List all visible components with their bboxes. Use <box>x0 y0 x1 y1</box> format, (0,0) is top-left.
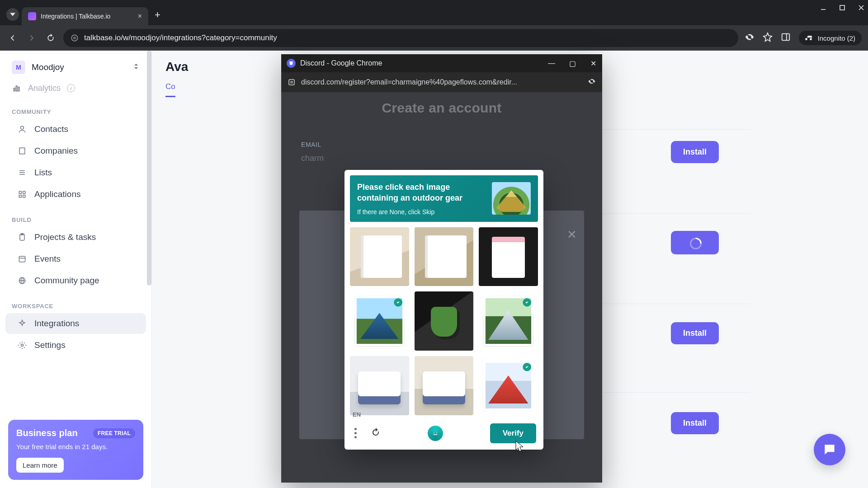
install-button[interactable]: Install <box>671 141 719 163</box>
sidebar-item-applications[interactable]: Applications <box>5 184 146 205</box>
captcha-tile-7[interactable] <box>350 356 409 415</box>
back-button[interactable] <box>6 32 19 44</box>
eye-off-icon[interactable] <box>588 77 596 87</box>
sidebar-item-label: Settings <box>34 340 66 350</box>
sidebar-item-companies[interactable]: Companies <box>5 141 146 161</box>
svg-rect-20 <box>19 191 21 193</box>
section-community-label: COMMUNITY <box>0 98 151 118</box>
plan-badge: FREE TRIAL <box>93 428 135 438</box>
tab-close-icon[interactable]: × <box>138 12 142 20</box>
sidebar-item-contacts[interactable]: Contacts <box>5 119 146 140</box>
sidebar-item-settings[interactable]: Settings <box>5 335 146 356</box>
popup-titlebar[interactable]: Discord - Google Chrome — ▢ ✕ <box>281 54 602 72</box>
reload-button[interactable] <box>44 32 57 44</box>
sidebar-item-label: Projects & tasks <box>34 232 96 242</box>
eye-off-icon[interactable] <box>745 32 755 44</box>
sidebar-item-analytics[interactable]: Analytics i <box>0 79 151 98</box>
plan-upsell-card: Business plan FREE TRIAL Your free trial… <box>8 420 143 480</box>
analytics-icon <box>12 83 22 93</box>
bookmark-star-icon[interactable] <box>763 32 773 44</box>
address-bar[interactable]: talkbase.io/w/moodjoy/integrations?categ… <box>63 29 738 47</box>
sidebar-item-community-page[interactable]: Community page <box>5 270 146 291</box>
chevron-down-icon <box>10 12 15 17</box>
sidebar-item-projects[interactable]: Projects & tasks <box>5 227 146 248</box>
browser-tab-active[interactable]: Integrations | Talkbase.io × <box>22 7 148 25</box>
captcha-verify-button[interactable]: Verify <box>490 423 536 443</box>
forward-button[interactable] <box>25 32 38 44</box>
sidebar-item-label: Events <box>34 254 61 264</box>
window-minimize-button[interactable] <box>820 5 826 13</box>
svg-rect-10 <box>14 88 14 91</box>
tab-community[interactable]: Co <box>165 82 175 97</box>
captcha-line-b: containing an outdoor gear <box>357 193 462 202</box>
window-maximize-button[interactable] <box>839 5 845 13</box>
sidebar-item-events[interactable]: Events <box>5 249 146 269</box>
sidebar-scrollbar[interactable] <box>147 51 151 286</box>
svg-rect-22 <box>19 195 21 197</box>
tab-search-button[interactable] <box>6 8 19 21</box>
captcha-example-image <box>492 182 531 215</box>
site-info-icon[interactable] <box>71 34 79 42</box>
workspace-switcher[interactable]: M Moodjoy <box>0 51 151 79</box>
captcha-menu-button[interactable] <box>354 428 357 438</box>
window-close-button[interactable] <box>858 5 864 13</box>
incognito-icon <box>805 33 814 42</box>
popup-close-button[interactable]: ✕ <box>590 59 597 68</box>
url-text: talkbase.io/w/moodjoy/integrations?categ… <box>84 33 277 42</box>
popup-address-bar[interactable]: discord.com/register?email=charmaigne%40… <box>281 72 602 92</box>
svg-rect-12 <box>18 87 19 91</box>
email-value: charm <box>301 154 324 163</box>
tab-title: Integrations | Talkbase.io <box>41 13 133 20</box>
sidebar-item-label: Lists <box>34 168 52 178</box>
captcha-tile-4[interactable] <box>354 296 405 346</box>
captcha-tile-5[interactable] <box>415 291 474 351</box>
captcha-refresh-button[interactable] <box>370 427 381 440</box>
sidebar-item-lists[interactable]: Lists <box>5 162 146 183</box>
check-icon <box>394 298 402 307</box>
info-icon[interactable]: i <box>67 84 75 92</box>
popup-maximize-button[interactable]: ▢ <box>569 59 576 68</box>
plan-learn-more-button[interactable]: Learn more <box>16 458 64 473</box>
create-account-heading: Create an account <box>281 92 602 116</box>
calendar-icon <box>17 254 27 264</box>
site-info-icon[interactable] <box>288 78 296 86</box>
popup-minimize-button[interactable]: — <box>548 59 555 68</box>
globe-icon <box>17 276 27 286</box>
sidebar: M Moodjoy Analytics i COMMUNITY Contacts… <box>0 51 152 488</box>
popup-body: Create an account EMAIL charm ✕ Please c… <box>281 92 602 483</box>
sidebar-item-label: Community page <box>34 276 99 286</box>
gear-icon <box>17 340 27 350</box>
window-controls <box>820 5 864 13</box>
captcha-tile-6[interactable] <box>483 296 533 346</box>
captcha-tile-3[interactable] <box>479 227 538 286</box>
chat-launcher-button[interactable] <box>814 434 845 465</box>
section-workspace-label: WORKSPACE <box>0 292 151 312</box>
captcha-tile-1[interactable] <box>350 227 409 286</box>
new-tab-button[interactable]: + <box>155 9 160 21</box>
svg-rect-23 <box>23 195 25 197</box>
captcha-card: Please click each imagecontaining an out… <box>344 170 543 450</box>
svg-rect-26 <box>19 256 25 262</box>
hcaptcha-logo-icon[interactable] <box>428 426 443 441</box>
sidebar-item-label: Companies <box>34 146 78 156</box>
sparkle-icon <box>17 319 27 328</box>
install-button[interactable]: Install <box>671 322 719 344</box>
install-button-loading[interactable] <box>671 231 719 254</box>
incognito-indicator[interactable]: Incognito (2) <box>799 31 862 45</box>
sidebar-item-integrations[interactable]: Integrations <box>5 313 146 334</box>
captcha-tile-2[interactable] <box>415 227 474 286</box>
check-icon <box>523 363 531 371</box>
user-icon <box>17 124 27 134</box>
captcha-tile-9[interactable] <box>483 361 533 411</box>
svg-point-31 <box>21 344 24 347</box>
email-label: EMAIL <box>301 141 321 148</box>
captcha-grid <box>350 227 538 415</box>
captcha-language[interactable]: EN <box>353 411 361 418</box>
captcha-tile-8[interactable] <box>415 356 474 415</box>
svg-rect-32 <box>289 80 294 85</box>
side-panel-icon[interactable] <box>781 32 791 44</box>
incognito-label: Incognito (2) <box>818 34 855 42</box>
close-icon[interactable]: ✕ <box>567 228 577 242</box>
install-button[interactable]: Install <box>671 412 719 434</box>
discord-icon <box>287 59 296 68</box>
